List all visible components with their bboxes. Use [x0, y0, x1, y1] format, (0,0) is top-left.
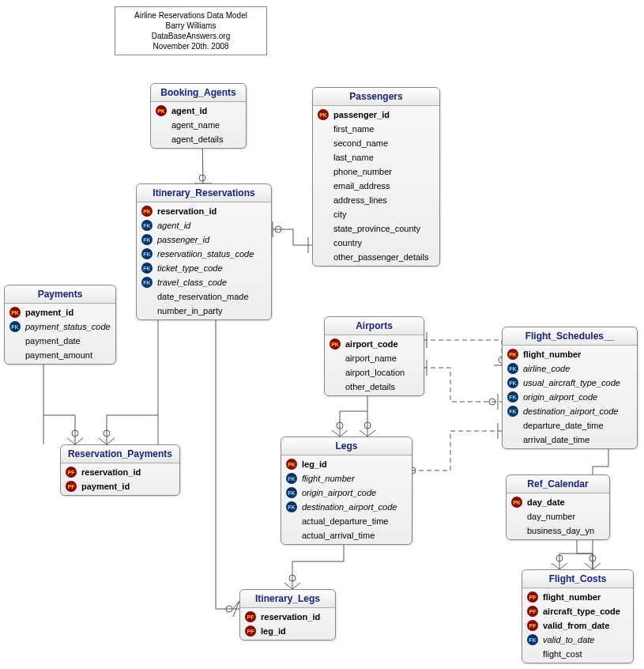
- pk-badge-icon: PK: [286, 459, 297, 470]
- column-name: passenger_id: [157, 235, 209, 244]
- column-name: airport_name: [345, 353, 397, 363]
- column-row: email_address: [313, 179, 439, 193]
- title-line1: Airline Reservations Data Model: [122, 10, 260, 21]
- column-name: last_name: [333, 153, 374, 162]
- column-row: FKorigin_airport_code: [281, 486, 412, 500]
- column-row: PFreservation_id: [240, 610, 335, 624]
- column-name: travel_class_code: [157, 278, 227, 287]
- column-name: reservation_id: [81, 467, 141, 477]
- svg-line-35: [559, 563, 567, 569]
- fk-badge-icon: FK: [141, 263, 153, 274]
- svg-line-10: [67, 438, 75, 444]
- pk-badge-icon: PK: [141, 206, 153, 217]
- fk-badge-icon: FK: [286, 473, 297, 484]
- column-name: payment_amount: [25, 350, 92, 360]
- pf-badge-icon: PF: [527, 592, 538, 603]
- column-row: FKagent_id: [137, 218, 271, 232]
- svg-line-19: [340, 430, 348, 437]
- column-name: leg_id: [261, 626, 286, 636]
- column-name: airport_code: [345, 339, 398, 349]
- svg-point-45: [226, 606, 232, 612]
- column-row: FKreservatiion_status_code: [137, 247, 271, 261]
- column-row: PKpassenger_id: [313, 108, 439, 122]
- fk-badge-icon: FK: [507, 391, 518, 403]
- column-name: number_in_party: [157, 306, 223, 316]
- column-name: actual_arrival_time: [302, 531, 375, 540]
- svg-point-41: [589, 555, 596, 561]
- svg-point-11: [72, 430, 78, 437]
- pf-badge-icon: PF: [66, 467, 77, 478]
- column-name: origin_airport_code: [302, 488, 376, 497]
- column-row: payment_date: [5, 334, 115, 348]
- pf-badge-icon: PF: [527, 606, 538, 617]
- svg-line-23: [367, 430, 375, 437]
- fk-badge-icon: FK: [141, 248, 153, 259]
- pk-badge-icon: PK: [9, 307, 21, 318]
- column-name: aircraft_type_code: [543, 607, 620, 616]
- entity-header: Payments: [5, 285, 115, 304]
- svg-point-21: [337, 422, 343, 429]
- column-row: PKleg_id: [281, 457, 412, 471]
- entity-legs: Legs PKleg_idFKflight_numberFKorigin_air…: [281, 437, 412, 545]
- column-row: airport_location: [325, 365, 424, 380]
- column-name: valid_to_date: [543, 635, 594, 644]
- column-row: FKusual_aircraft_type_code: [503, 376, 637, 390]
- column-row: FKticket_type_code: [137, 261, 271, 275]
- entity-flight-costs: Flight_Costs PFflight_numberPFaircraft_t…: [522, 569, 634, 663]
- column-row: PKday_date: [507, 495, 609, 509]
- column-row: city: [313, 207, 439, 221]
- column-row: flight_cost: [522, 647, 633, 661]
- column-row: first_name: [313, 122, 439, 136]
- svg-point-30: [489, 399, 495, 405]
- entity-header: Passengers: [313, 88, 439, 106]
- column-name: reservation_id: [157, 206, 217, 216]
- column-row: FKairline_code: [503, 361, 637, 376]
- fk-badge-icon: FK: [9, 321, 21, 332]
- svg-point-16: [104, 430, 110, 437]
- column-name: phone_number: [333, 167, 392, 176]
- pf-badge-icon: PF: [66, 481, 77, 492]
- column-row: other_details: [325, 380, 424, 394]
- column-name: second_name: [333, 138, 388, 148]
- column-row: FKdestination_airport_code: [503, 404, 637, 418]
- column-row: date_reservation_made: [137, 289, 271, 304]
- column-name: flight_number: [543, 592, 601, 602]
- column-name: origin_airport_code: [523, 392, 597, 402]
- column-name: business_day_yn: [527, 526, 594, 535]
- column-row: PKagent_id: [151, 104, 246, 118]
- column-row: arrival_date_time: [503, 433, 637, 447]
- svg-line-9: [75, 438, 83, 444]
- column-row: second_name: [313, 136, 439, 150]
- column-name: agent_details: [171, 134, 223, 144]
- column-row: actual_departure_time: [281, 514, 412, 528]
- column-row: FKorigin_airport_code: [503, 390, 637, 404]
- column-row: day_number: [507, 509, 609, 523]
- entity-passengers: Passengers PKpassenger_idfirst_namesecon…: [312, 87, 440, 266]
- entity-reservation-payments: Reservation_Payments PFreservation_idPFp…: [60, 444, 180, 496]
- entity-ref-calendar: Ref_Calendar PKday_dateday_numberbusines…: [506, 474, 610, 540]
- entity-flight-schedules: Flight_Schedules__ PKflight_numberFKairl…: [502, 327, 638, 449]
- entity-header: Legs: [281, 437, 412, 455]
- entity-itinerary-legs: Itinerary_Legs PFreservation_idPFleg_id: [239, 589, 336, 641]
- entity-header: Itinerary_Legs: [240, 590, 335, 608]
- entity-header: Itinerary_Reservations: [137, 184, 271, 202]
- column-name: airport_location: [345, 368, 405, 377]
- svg-line-22: [360, 430, 367, 437]
- column-name: state_province_county: [333, 224, 420, 233]
- column-row: PKreservation_id: [137, 204, 271, 218]
- pk-badge-icon: PK: [318, 109, 329, 120]
- entity-payments: Payments PKpayment_idFKpayment_status_co…: [4, 285, 116, 365]
- column-name: address_lines: [333, 195, 387, 205]
- svg-line-20: [332, 430, 340, 437]
- column-row: PFflight_number: [522, 590, 633, 604]
- entity-header: Ref_Calendar: [507, 475, 609, 493]
- pk-badge-icon: PK: [156, 105, 167, 116]
- svg-line-15: [99, 438, 107, 444]
- column-name: arrival_date_time: [523, 435, 589, 444]
- column-row: PKpayment_id: [5, 305, 115, 319]
- column-row: address_lines: [313, 193, 439, 207]
- pk-badge-icon: PK: [511, 497, 522, 508]
- column-row: business_day_yn: [507, 523, 609, 538]
- fk-badge-icon: FK: [286, 487, 297, 498]
- column-name: actual_departure_time: [302, 516, 388, 526]
